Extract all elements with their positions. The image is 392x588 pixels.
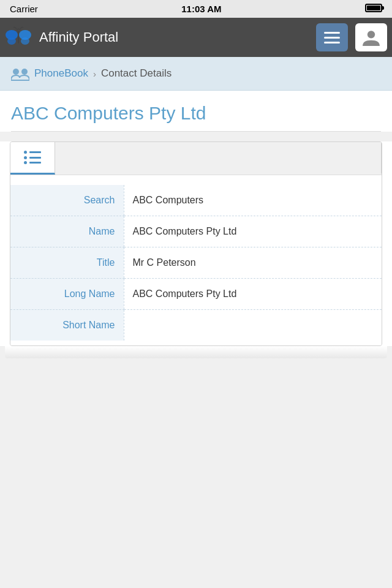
table-row: Search ABC Computers bbox=[10, 185, 382, 216]
table-label: Search bbox=[10, 185, 124, 216]
svg-rect-4 bbox=[18, 31, 19, 43]
menu-button[interactable] bbox=[316, 23, 348, 51]
breadcrumb-home-link[interactable]: PhoneBook bbox=[34, 67, 88, 80]
table-value: ABC Computers Pty Ltd bbox=[124, 216, 382, 247]
app-title: Affinity Portal bbox=[39, 29, 309, 45]
tabs-container: Search ABC Computers Name ABC Computers … bbox=[10, 141, 382, 346]
profile-button[interactable] bbox=[355, 23, 387, 51]
battery-icon bbox=[365, 4, 382, 14]
table-row: Title Mr C Peterson bbox=[10, 247, 382, 279]
details-table: Search ABC Computers Name ABC Computers … bbox=[10, 185, 382, 341]
table-value: Mr C Peterson bbox=[124, 247, 382, 279]
table-value: ABC Computers bbox=[124, 185, 382, 216]
breadcrumb-current: Contact Details bbox=[101, 67, 172, 80]
table-value: ABC Computers Pty Ltd bbox=[124, 279, 382, 310]
table-row: Long Name ABC Computers Pty Ltd bbox=[10, 279, 382, 310]
svg-point-5 bbox=[368, 31, 375, 38]
tab-list-view[interactable] bbox=[10, 142, 55, 175]
svg-point-1 bbox=[7, 37, 16, 45]
table-row: Short Name bbox=[10, 310, 382, 341]
status-icons bbox=[365, 4, 382, 14]
company-title: ABC Computers Pty Ltd bbox=[11, 103, 381, 132]
svg-point-3 bbox=[21, 37, 29, 45]
profile-icon bbox=[361, 27, 382, 48]
breadcrumb: PhoneBook › Contact Details bbox=[0, 57, 392, 91]
phonebook-icon bbox=[11, 66, 29, 81]
carrier-label: Carrier bbox=[10, 4, 38, 14]
table-label: Title bbox=[10, 247, 124, 279]
svg-point-7 bbox=[21, 69, 28, 75]
breadcrumb-separator: › bbox=[93, 69, 96, 79]
page-content: ABC Computers Pty Ltd bbox=[0, 91, 392, 132]
tabs-header bbox=[10, 142, 382, 175]
butterfly-icon bbox=[5, 24, 32, 51]
tab-extra[interactable] bbox=[55, 142, 382, 175]
tab-content: Search ABC Computers Name ABC Computers … bbox=[10, 175, 382, 345]
table-label: Name bbox=[10, 216, 124, 247]
app-header: Affinity Portal bbox=[0, 18, 392, 57]
table-value bbox=[124, 310, 382, 341]
table-label: Long Name bbox=[10, 279, 124, 310]
list-view-icon bbox=[24, 151, 41, 164]
scroll-hint bbox=[5, 346, 387, 358]
svg-point-6 bbox=[13, 69, 19, 75]
table-label: Short Name bbox=[10, 310, 124, 341]
time-label: 11:03 AM bbox=[181, 4, 221, 14]
status-bar: Carrier 11:03 AM bbox=[0, 0, 392, 18]
table-row: Name ABC Computers Pty Ltd bbox=[10, 216, 382, 247]
